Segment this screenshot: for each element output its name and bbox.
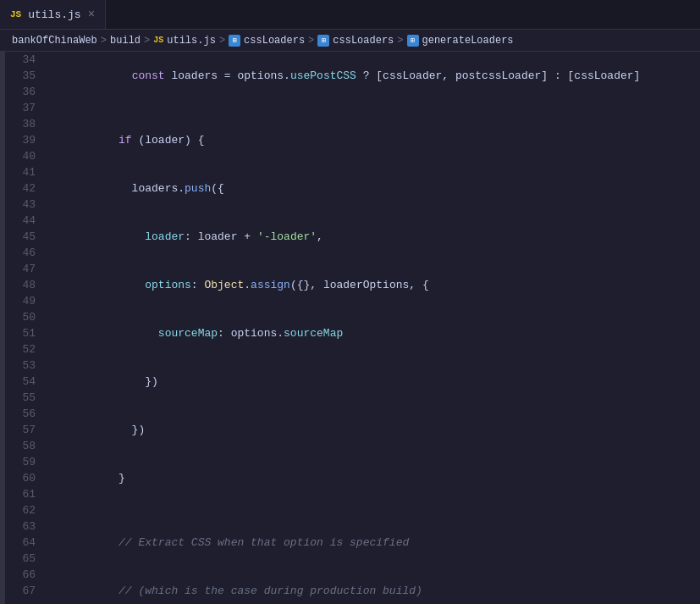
ln-52: 52 xyxy=(12,341,36,357)
breadcrumb-build: build xyxy=(110,35,141,47)
ln-59: 59 xyxy=(12,454,36,470)
ln-40: 40 xyxy=(12,148,36,164)
ln-54: 54 xyxy=(12,374,36,390)
breadcrumb-cssloaders-2: cssLoaders xyxy=(333,35,394,47)
code-line-40: sourceMap: options.sourceMap xyxy=(49,309,700,357)
ln-57: 57 xyxy=(12,422,36,438)
tab-close-button[interactable]: × xyxy=(88,8,95,21)
code-line-37: loaders.push({ xyxy=(49,164,700,213)
breadcrumb-sep-5: > xyxy=(397,35,403,47)
breadcrumb-css-icon-3: ⊞ xyxy=(407,35,419,47)
code-line-44 xyxy=(49,502,700,518)
ln-67: 67 xyxy=(12,583,36,599)
code-line-46: // (which is the case during production … xyxy=(49,567,700,604)
ln-60: 60 xyxy=(12,470,36,486)
code-line-36: if (loader) { xyxy=(49,116,700,164)
ln-53: 53 xyxy=(12,357,36,374)
code-content: const loaders = options.usePostCSS ? [cs… xyxy=(49,52,700,604)
tab-utils-js[interactable]: JS utils.js × xyxy=(0,0,106,29)
code-line-38: loader: loader + '-loader', xyxy=(49,213,700,261)
code-line-42: }) xyxy=(49,406,700,454)
ln-38: 38 xyxy=(12,116,36,132)
breadcrumb-project: bankOfChinaWeb xyxy=(12,35,97,47)
code-line-41: }) xyxy=(49,357,700,406)
ln-66: 66 xyxy=(12,567,36,583)
ln-44: 44 xyxy=(12,213,36,229)
code-line-34: const loaders = options.usePostCSS ? [cs… xyxy=(49,52,700,100)
line-numbers: 34 35 36 37 38 39 40 41 42 43 44 45 46 4… xyxy=(5,52,49,604)
ln-41: 41 xyxy=(12,164,36,180)
breadcrumb-sep-3: > xyxy=(219,35,225,47)
code-line-39: options: Object.assign({}, loaderOptions… xyxy=(49,261,700,309)
ln-50: 50 xyxy=(12,309,36,325)
ln-48: 48 xyxy=(12,277,36,293)
ln-62: 62 xyxy=(12,502,36,518)
breadcrumb-sep-4: > xyxy=(308,35,314,47)
ln-65: 65 xyxy=(12,551,36,567)
ln-43: 43 xyxy=(12,197,36,213)
js-icon: JS xyxy=(10,9,21,19)
tab-bar: JS utils.js × xyxy=(0,0,700,30)
code-line-43: } xyxy=(49,454,700,502)
ln-47: 47 xyxy=(12,261,36,277)
breadcrumb-css-icon-2: ⊞ xyxy=(317,35,329,47)
ln-36: 36 xyxy=(12,84,36,100)
code-area: 34 35 36 37 38 39 40 41 42 43 44 45 46 4… xyxy=(0,52,700,604)
ln-64: 64 xyxy=(12,535,36,551)
ln-46: 46 xyxy=(12,245,36,261)
ln-49: 49 xyxy=(12,293,36,309)
ln-58: 58 xyxy=(12,438,36,454)
ln-63: 63 xyxy=(12,518,36,535)
ln-61: 61 xyxy=(12,486,36,502)
breadcrumb-utilsjs: utils.js xyxy=(167,35,216,47)
breadcrumb: bankOfChinaWeb > build > JS utils.js > ⊞… xyxy=(0,30,700,52)
ln-39: 39 xyxy=(12,132,36,148)
ln-51: 51 xyxy=(12,325,36,341)
ln-34: 34 xyxy=(12,52,36,68)
tab-label: utils.js xyxy=(28,8,80,21)
breadcrumb-css-icon-1: ⊞ xyxy=(229,35,240,47)
ln-35: 35 xyxy=(12,68,36,84)
ln-55: 55 xyxy=(12,390,36,406)
breadcrumb-generateloaders: generateLoaders xyxy=(422,35,514,47)
ln-56: 56 xyxy=(12,406,36,422)
breadcrumb-cssloaders-1: cssLoaders xyxy=(244,35,305,47)
breadcrumb-js-icon: JS xyxy=(153,36,163,45)
breadcrumb-sep-1: > xyxy=(101,35,107,47)
code-line-45: // Extract CSS when that option is speci… xyxy=(49,518,700,567)
breadcrumb-sep-2: > xyxy=(144,35,150,47)
ln-37: 37 xyxy=(12,100,36,116)
ln-45: 45 xyxy=(12,229,36,245)
ln-42: 42 xyxy=(12,180,36,197)
code-line-35 xyxy=(49,100,700,116)
